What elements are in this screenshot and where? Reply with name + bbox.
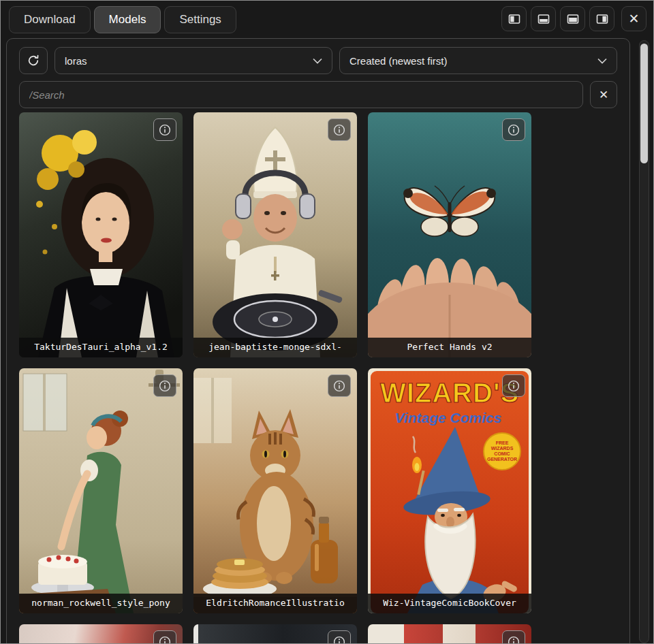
info-icon [333, 380, 345, 392]
model-card[interactable]: TakturDesTauri_alpha_v1.2 [19, 112, 183, 357]
split-bottom-icon [537, 12, 550, 26]
panel-bottom-icon [566, 12, 580, 26]
card-artwork [368, 112, 531, 357]
card-artwork [19, 368, 183, 613]
chevron-down-icon [597, 58, 607, 64]
badge-text: COMIC [494, 451, 510, 456]
search-input[interactable] [19, 81, 583, 108]
cover-title-text: WIZARD'S [380, 378, 519, 408]
info-icon [508, 380, 520, 392]
card-name: Wiz-VintageComicBookCover [368, 594, 531, 613]
model-card[interactable]: norman_rockwell_style_pony [19, 368, 183, 613]
layout-split-left-button[interactable] [501, 6, 527, 31]
card-artwork [193, 112, 357, 357]
info-button[interactable] [153, 118, 176, 141]
top-bar: Download Models Settings ✕ [1, 1, 653, 36]
scrollbar[interactable] [639, 40, 649, 643]
info-icon [333, 124, 345, 136]
card-name: norman_rockwell_style_pony [19, 594, 183, 613]
info-icon [508, 636, 520, 644]
card-name: Perfect Hands v2 [368, 338, 531, 357]
info-icon [508, 124, 520, 136]
chevron-down-icon [313, 58, 322, 64]
model-type-select[interactable]: loras [54, 47, 332, 74]
sort-select[interactable]: Created (newest first) [339, 47, 617, 74]
model-card[interactable]: WIZARD'S Vintage Comics FREE WIZARDS COM… [368, 368, 531, 613]
model-card-grid: TakturDesTauri_alpha_v1.2 [19, 112, 617, 644]
card-name: TakturDesTauri_alpha_v1.2 [19, 338, 183, 357]
badge-text: GENERATOR [487, 457, 517, 462]
info-button[interactable] [153, 630, 176, 644]
card-artwork [193, 368, 357, 613]
close-button[interactable]: ✕ [621, 6, 647, 31]
sort-value: Created (newest first) [349, 55, 447, 67]
cover-subtitle-text: Vintage Comics [395, 410, 502, 425]
split-left-icon [508, 12, 521, 26]
clear-search-button[interactable]: ✕ [590, 81, 617, 108]
info-icon [159, 380, 171, 392]
window-controls: ✕ [501, 6, 647, 31]
info-button[interactable] [328, 374, 351, 397]
refresh-button[interactable] [19, 47, 48, 74]
card-name: EldritchRomanceIllustratio [193, 594, 357, 613]
layout-bottom-panel-button[interactable] [560, 6, 585, 31]
tab-models[interactable]: Models [94, 6, 161, 33]
info-button[interactable] [328, 118, 351, 141]
tab-download[interactable]: Download [9, 6, 91, 33]
layout-split-right-button[interactable] [589, 6, 614, 31]
info-button[interactable] [328, 630, 351, 644]
info-icon [159, 636, 171, 644]
info-icon [159, 124, 171, 136]
info-button[interactable] [502, 374, 525, 397]
model-type-value: loras [65, 55, 87, 67]
refresh-icon [27, 54, 40, 67]
info-button[interactable] [502, 118, 525, 141]
badge-text: WIZARDS [491, 446, 514, 451]
model-card[interactable] [19, 624, 183, 644]
model-card[interactable] [368, 624, 531, 644]
search-row: ✕ [19, 81, 617, 108]
filter-toolbar: loras Created (newest first) [19, 47, 617, 74]
model-card[interactable]: EldritchRomanceIllustratio [193, 368, 357, 613]
scrollbar-thumb[interactable] [640, 44, 648, 163]
model-card[interactable] [193, 624, 357, 644]
model-card[interactable]: Perfect Hands v2 [368, 112, 531, 357]
models-panel: loras Created (newest first) ✕ [6, 38, 630, 644]
info-icon [333, 636, 345, 644]
card-artwork [19, 112, 183, 357]
tab-settings[interactable]: Settings [164, 6, 236, 33]
info-button[interactable] [153, 374, 176, 397]
tab-bar: Download Models Settings [9, 6, 236, 33]
layout-split-bottom-button[interactable] [531, 6, 556, 31]
model-browser-window: { "window": { "tabs": [ { "label": "Down… [0, 0, 654, 644]
model-card[interactable]: jean-baptiste-monge-sdxl- [193, 112, 357, 357]
badge-text: FREE [496, 440, 509, 445]
card-artwork: WIZARD'S Vintage Comics FREE WIZARDS COM… [368, 368, 531, 613]
split-right-icon [595, 12, 609, 26]
card-name: jean-baptiste-monge-sdxl- [193, 338, 357, 357]
info-button[interactable] [502, 630, 525, 644]
